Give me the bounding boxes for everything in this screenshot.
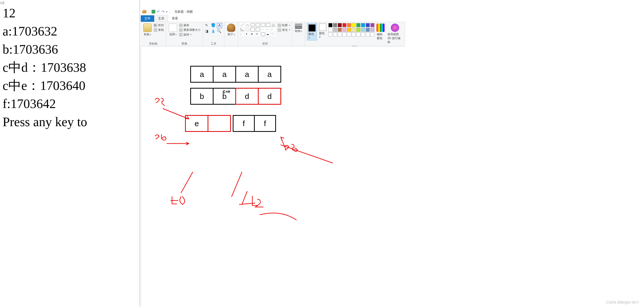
color-swatch[interactable]	[338, 23, 342, 27]
console-line: c中e：1703640	[3, 76, 139, 95]
color-swatch[interactable]	[361, 23, 365, 27]
magnifier-icon[interactable]: 🔍	[217, 29, 222, 34]
mem-cell: d	[258, 88, 281, 105]
color-swatch[interactable]	[352, 28, 356, 32]
titlebar: | ↶ ↷ ▾ | 无标题 - 画图	[141, 8, 405, 16]
color-swatch[interactable]	[356, 28, 360, 32]
color-swatch[interactable]	[370, 23, 374, 27]
color-swatch[interactable]	[347, 32, 351, 37]
text-icon[interactable]: A	[217, 23, 222, 28]
select-button[interactable]: 选择	[168, 23, 178, 37]
group-label: 工具	[211, 41, 216, 46]
mem-cell: b	[190, 88, 214, 105]
color-swatch[interactable]	[342, 23, 346, 27]
save-icon[interactable]	[152, 10, 155, 13]
color-swatch[interactable]	[361, 32, 365, 37]
shape-diamond[interactable]	[246, 28, 250, 32]
ribbon-tabs: 文件 主页 查看	[141, 16, 405, 22]
tab-view[interactable]: 查看	[168, 15, 182, 22]
shape-rect[interactable]	[256, 23, 260, 27]
cut-button[interactable]: ✂剪切	[154, 23, 164, 27]
lineweight-label: 粗细	[295, 29, 302, 33]
color-swatch[interactable]	[333, 28, 337, 32]
color-swatch[interactable]	[366, 32, 370, 37]
shape-heart[interactable]: ♡	[271, 32, 275, 36]
color-swatch[interactable]	[356, 23, 360, 27]
color-swatch[interactable]	[333, 23, 337, 27]
shape-star6[interactable]: ✶	[256, 32, 260, 36]
shape-arrow-r[interactable]: →	[261, 28, 265, 31]
console-output-panel: GI 12 a:1703632 b:1703636 c中d：1703638 c中…	[0, 0, 140, 307]
mem-cell: e	[185, 115, 208, 132]
paste-icon	[143, 24, 152, 32]
console-line: 12	[3, 4, 139, 22]
shape-star4[interactable]: ✦	[245, 32, 250, 36]
pencil-icon[interactable]: ✎	[205, 23, 210, 28]
lineweight-button[interactable]: 粗细	[294, 23, 303, 33]
paint3d-button[interactable]: 使用画图 3D 进行编辑	[387, 23, 403, 45]
color-swatch[interactable]	[352, 23, 356, 27]
color2-button[interactable]: 颜色 2	[319, 23, 327, 39]
color-swatch[interactable]	[352, 32, 356, 37]
tab-file[interactable]: 文件	[141, 15, 154, 22]
copy-button[interactable]: 复制	[154, 28, 164, 32]
color-swatch[interactable]	[370, 32, 374, 37]
color-swatch[interactable]	[328, 28, 332, 32]
undo-icon[interactable]: ↶	[157, 10, 160, 14]
color-swatch[interactable]	[328, 23, 332, 27]
window-title: 无标题 - 画图	[174, 10, 193, 14]
color-swatch[interactable]	[356, 32, 360, 37]
color-swatch[interactable]	[347, 28, 351, 32]
color-swatch[interactable]	[366, 23, 370, 27]
color-swatch[interactable]	[338, 28, 342, 32]
color-swatch[interactable]	[342, 28, 346, 32]
eraser-icon[interactable]: ◨	[205, 29, 210, 34]
shape-star5[interactable]: ★	[251, 32, 255, 36]
canvas[interactable]: a a a a b b d d c⇨ e f f	[141, 46, 405, 305]
color-swatch[interactable]	[333, 32, 337, 37]
shape-oval[interactable]	[251, 23, 255, 27]
shape-curve[interactable]	[245, 23, 250, 27]
color-swatch[interactable]	[347, 23, 351, 27]
group-shapes: → ← ↑ ↓ ✦ ★ ✶ ☁ ♡ 轮廓 填充 形状	[238, 22, 292, 46]
crop-button[interactable]: 裁剪	[179, 23, 201, 27]
shape-triangle[interactable]	[271, 23, 275, 27]
redo-icon[interactable]: ↷	[161, 10, 165, 14]
shape-pentagon[interactable]	[251, 28, 255, 31]
console-marker: GI	[1, 1, 4, 6]
color-swatch[interactable]	[342, 32, 346, 37]
brush-button[interactable]: 刷子	[227, 23, 236, 37]
shapes-gallery[interactable]: → ← ↑ ↓ ✦ ★ ✶ ☁ ♡	[240, 23, 276, 37]
resize-button[interactable]: 重新调整大小	[179, 28, 201, 32]
edit-colors-button[interactable]: 编辑颜色	[376, 23, 385, 41]
color1-button[interactable]: 颜色 1	[307, 23, 317, 40]
fill-button[interactable]: 填充	[278, 28, 290, 32]
shape-line[interactable]	[240, 23, 244, 27]
shape-polygon[interactable]	[266, 23, 270, 27]
shape-arrow-l[interactable]: ←	[266, 28, 270, 31]
color-swatch[interactable]	[361, 28, 365, 32]
eyedropper-icon[interactable]: 💧	[211, 29, 216, 34]
tab-home[interactable]: 主页	[154, 15, 168, 22]
shape-callout[interactable]	[261, 32, 265, 36]
color-swatch[interactable]	[328, 32, 332, 37]
shape-hexagon[interactable]	[256, 28, 260, 31]
paste-button[interactable]: 粘贴	[143, 23, 152, 37]
outline-button[interactable]: 轮廓	[278, 23, 290, 27]
color-swatch[interactable]	[338, 32, 342, 37]
shape-cloud[interactable]: ☁	[266, 32, 270, 36]
watermark: CSDN @Bright-SKY	[606, 300, 639, 304]
rotate-button[interactable]: 旋转	[179, 32, 201, 37]
memory-row-e: e	[185, 115, 231, 132]
qat-customize-icon[interactable]: ▾	[166, 10, 167, 13]
memory-row-f: f f	[233, 115, 276, 132]
shape-arrow-u[interactable]: ↑	[271, 28, 275, 31]
shape-roundrect[interactable]	[261, 23, 265, 27]
rainbow-icon	[377, 24, 385, 32]
bucket-icon[interactable]: 🪣	[211, 23, 216, 28]
shape-rtriangle[interactable]	[240, 28, 244, 31]
color-swatch[interactable]	[370, 28, 374, 32]
color-swatch[interactable]	[366, 28, 370, 32]
shape-arrow-d[interactable]: ↓	[240, 32, 244, 36]
memory-row-a: a a a a	[190, 66, 281, 83]
